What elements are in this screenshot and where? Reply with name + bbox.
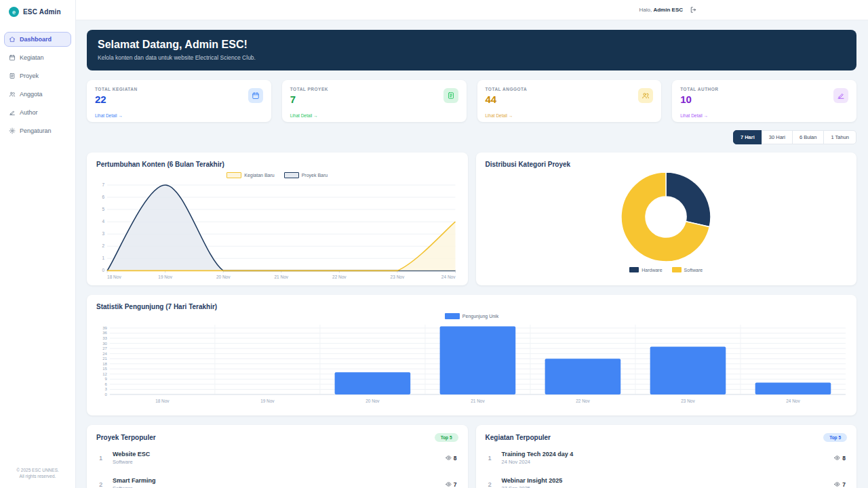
bar-24-nov[interactable]: [755, 382, 831, 394]
bar-21-nov[interactable]: [440, 326, 516, 394]
eye-icon: [834, 455, 840, 461]
sidebar-menu: Dashboard Kegiatan Proyek Anggota Author…: [0, 32, 75, 138]
stat-detail-link[interactable]: Lihat Detail →: [486, 113, 513, 118]
welcome-banner: Selamat Datang, Admin ESC! Kelola konten…: [87, 30, 856, 70]
line-chart-title: Pertumbuhan Konten (6 Bulan Terakhir): [96, 161, 458, 168]
bar-23-nov[interactable]: [650, 347, 726, 394]
svg-text:7: 7: [102, 182, 104, 187]
pen-icon: [9, 109, 16, 116]
filter-30-hari[interactable]: 30 Hari: [762, 130, 793, 144]
rank-number: 2: [99, 481, 113, 488]
bar-chart: 03691215182124273033363918 Nov19 Nov20 N…: [96, 321, 847, 412]
stat-icon-box: [638, 88, 653, 103]
svg-text:24 Nov: 24 Nov: [786, 399, 800, 403]
legend-item-hardware[interactable]: Hardware: [629, 267, 662, 272]
svg-text:36: 36: [102, 331, 107, 335]
svg-text:23 Nov: 23 Nov: [681, 399, 695, 403]
legend-label: Kegiatan Baru: [244, 173, 274, 178]
legend-swatch: [284, 172, 299, 178]
project-row-website-esc[interactable]: 1 Website ESC Software 8: [96, 445, 458, 471]
donut-chart-card: Distribusi Kategori Proyek Hardware Soft…: [476, 152, 857, 285]
legend-item-kegiatan-baru[interactable]: Kegiatan Baru: [226, 172, 274, 178]
stat-label: TOTAL ANGGOTA: [486, 87, 528, 92]
bar-chart-canvas: 03691215182124273033363918 Nov19 Nov20 N…: [96, 321, 847, 409]
view-count-value: 7: [842, 481, 846, 488]
line-chart-card: Pertumbuhan Konten (6 Bulan Terakhir) Ke…: [87, 152, 468, 285]
bar-22-nov[interactable]: [545, 359, 621, 394]
svg-text:23 Nov: 23 Nov: [391, 274, 405, 279]
activity-row-training-tech-2024-day-4[interactable]: 1 Training Tech 2024 day 4 24 Nov 2024 8: [486, 445, 848, 471]
legend-item-proyek-baru[interactable]: Proyek Baru: [284, 172, 328, 178]
donut-chart-title: Distribusi Kategori Proyek: [486, 161, 848, 168]
stat-detail-link[interactable]: Lihat Detail →: [680, 113, 708, 118]
item-subtitle: 27 Sep 2025: [502, 485, 563, 488]
greeting-name: Admin ESC: [653, 7, 683, 13]
sidebar-item-proyek[interactable]: Proyek: [4, 68, 71, 83]
pen-icon: [837, 92, 845, 100]
top5-badge: Top 5: [435, 433, 458, 442]
svg-text:21 Nov: 21 Nov: [471, 399, 485, 403]
svg-text:18 Nov: 18 Nov: [107, 274, 121, 279]
svg-text:19 Nov: 19 Nov: [260, 399, 275, 403]
stat-card-total-proyek: TOTAL PROYEK 7 Lihat Detail →: [282, 80, 467, 122]
sidebar-item-kegiatan[interactable]: Kegiatan: [4, 50, 71, 65]
legend-item-software[interactable]: Software: [672, 267, 703, 272]
bar-20-nov[interactable]: [335, 372, 411, 394]
legend-swatch: [629, 267, 639, 272]
stat-card-total-kegiatan: TOTAL KEGIATAN 22 Lihat Detail →: [87, 80, 271, 122]
welcome-title: Selamat Datang, Admin ESC!: [98, 39, 846, 51]
svg-text:24 Nov: 24 Nov: [441, 274, 456, 279]
sidebar-item-anggota[interactable]: Anggota: [4, 87, 71, 102]
top-header: Halo, Admin ESC: [76, 0, 868, 20]
project-row-smart-farming[interactable]: 2 Smart Farming Software 7: [96, 471, 458, 488]
filter-6-bulan[interactable]: 6 Bulan: [792, 130, 824, 144]
item-title: Training Tech 2024 day 4: [502, 451, 574, 458]
svg-text:20 Nov: 20 Nov: [216, 274, 231, 279]
copyright-line: © 2025 ESC UNNES.: [3, 467, 73, 474]
stat-card-total-author: TOTAL AUTHOR 10 Lihat Detail →: [672, 80, 856, 122]
item-subtitle: Software: [113, 459, 150, 465]
sidebar-item-label: Anggota: [20, 91, 43, 98]
filter-1-tahun[interactable]: 1 Tahun: [823, 130, 856, 144]
popular-activities-card: Kegiatan Terpopuler Top 5 1 Training Tec…: [476, 425, 857, 488]
logout-button[interactable]: [690, 6, 697, 14]
brand-logo-icon: e: [9, 7, 19, 17]
item-subtitle: 24 Nov 2024: [502, 459, 574, 465]
donut-slice-hardware[interactable]: [666, 172, 711, 227]
svg-text:20 Nov: 20 Nov: [366, 399, 380, 403]
logout-icon: [690, 6, 697, 14]
stat-icon-box: [248, 88, 263, 103]
activity-row-webinar-insight-2025[interactable]: 2 Webinar Insight 2025 27 Sep 2025 7: [486, 471, 848, 488]
svg-text:22 Nov: 22 Nov: [576, 399, 590, 403]
svg-text:22 Nov: 22 Nov: [332, 274, 347, 279]
view-count: 7: [446, 481, 457, 488]
stats-row: TOTAL KEGIATAN 22 Lihat Detail → TOTAL P…: [87, 80, 856, 122]
item-subtitle: Software: [113, 485, 156, 488]
top5-badge: Top 5: [823, 433, 847, 442]
stat-label: TOTAL PROYEK: [290, 87, 328, 92]
line-chart-canvas: 0123456718 Nov19 Nov20 Nov21 Nov22 Nov23…: [96, 180, 458, 283]
popular-projects-list: 1 Website ESC Software 8 2 Smart Farming…: [96, 445, 458, 488]
stat-detail-link[interactable]: Lihat Detail →: [95, 113, 123, 118]
legend-item-pengunjung-unik[interactable]: Pengunjung Unik: [445, 313, 498, 319]
sidebar-item-label: Author: [20, 109, 38, 116]
sidebar-item-pengaturan[interactable]: Pengaturan: [4, 123, 71, 138]
sidebar-item-dashboard[interactable]: Dashboard: [4, 32, 71, 47]
svg-text:33: 33: [102, 336, 107, 340]
calendar-icon: [252, 92, 260, 100]
donut-chart-canvas: [615, 168, 717, 266]
stat-label: TOTAL AUTHOR: [680, 87, 718, 92]
svg-text:0: 0: [105, 392, 108, 396]
brand-name: ESC Admin: [23, 8, 61, 16]
sidebar-item-author[interactable]: Author: [4, 105, 71, 120]
line-chart-legend: Kegiatan Baru Proyek Baru: [96, 172, 458, 178]
filter-7-hari[interactable]: 7 Hari: [733, 130, 762, 144]
document-icon: [447, 92, 455, 100]
donut-chart-legend: Hardware Software: [486, 267, 848, 272]
welcome-subtitle: Kelola konten dan data untuk website Ele…: [98, 54, 846, 61]
eye-icon: [446, 481, 452, 487]
stat-value: 44: [486, 94, 528, 105]
stat-detail-link[interactable]: Lihat Detail →: [290, 113, 318, 118]
legend-label: Hardware: [642, 268, 662, 272]
view-count: 8: [446, 455, 457, 462]
